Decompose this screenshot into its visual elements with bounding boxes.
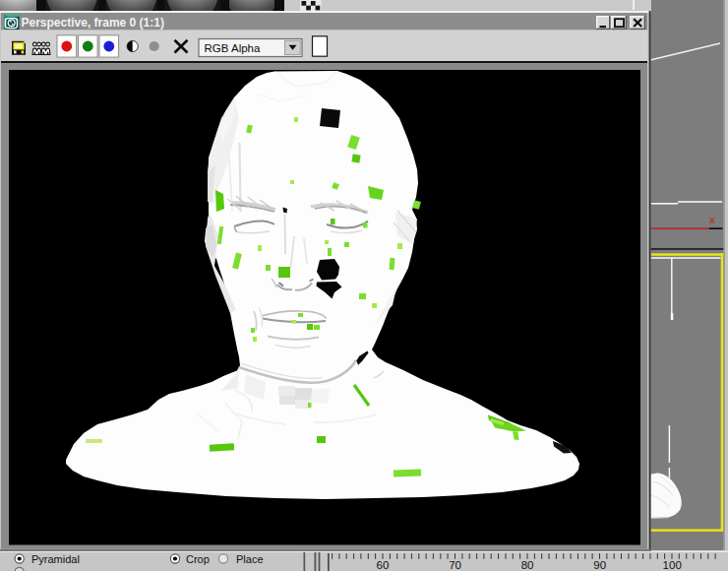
svg-text:80: 80 [521,559,534,571]
svg-text:Pyramidal: Pyramidal [31,553,80,565]
svg-text:Perspective, frame 0 (1:1): Perspective, frame 0 (1:1) [22,16,164,30]
svg-text:60: 60 [377,559,390,571]
svg-text:100: 100 [663,559,682,571]
svg-text:Crop: Crop [186,553,210,565]
svg-text:Place: Place [236,553,264,565]
svg-text:70: 70 [449,559,461,571]
svg-text:90: 90 [593,559,606,571]
svg-text:RGB Alpha: RGB Alpha [205,42,261,54]
